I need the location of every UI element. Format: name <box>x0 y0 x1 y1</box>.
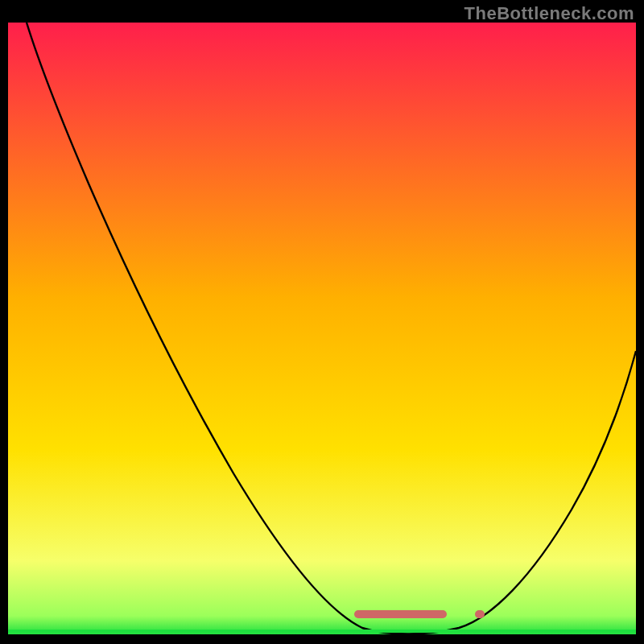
baseline-green <box>8 630 636 633</box>
gradient-background <box>8 23 636 634</box>
chart-frame: TheBottleneck.com <box>0 0 644 644</box>
optimal-point-marker <box>475 610 485 618</box>
bottleneck-plot <box>8 23 636 634</box>
optimal-range-marker <box>354 610 447 618</box>
watermark-text: TheBottleneck.com <box>464 3 634 24</box>
